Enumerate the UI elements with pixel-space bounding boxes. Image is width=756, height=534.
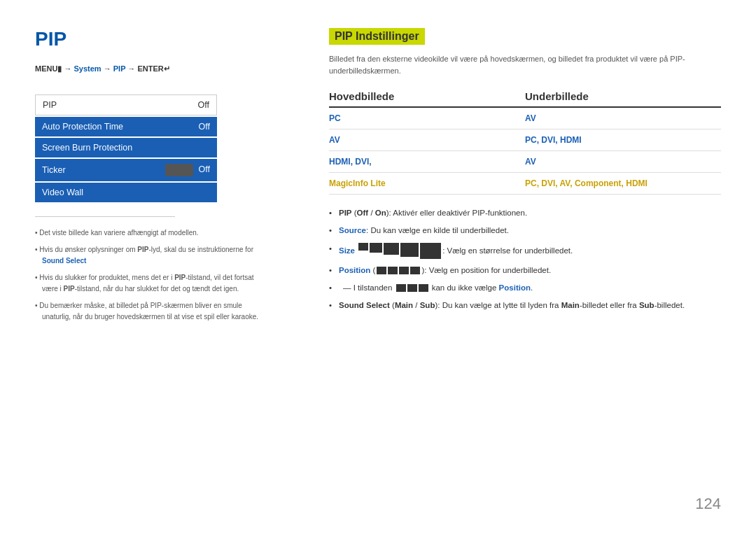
tilstand-icons bbox=[396, 284, 428, 292]
col-main-header: Hovedbillede bbox=[329, 90, 525, 102]
row3-col2: AV bbox=[525, 157, 721, 167]
pos-icon-3 bbox=[399, 267, 409, 274]
menu-item-ticker[interactable]: Ticker Off bbox=[35, 159, 217, 181]
bullet-size: Size : Vælg en størrelse for underbilled… bbox=[329, 243, 721, 259]
left-panel: PIP MENU▮ → System → PIP → ENTER↵ PIP Of… bbox=[35, 28, 301, 506]
position-ref: Position bbox=[499, 283, 531, 292]
row2-col2: PC, DVI, HDMI bbox=[525, 135, 721, 145]
intro-text: Billedet fra den eksterne videokilde vil… bbox=[329, 53, 721, 76]
row4-col1: MagicInfo Lite bbox=[329, 178, 525, 188]
footnote-2: Hvis du ønsker oplysninger om PIP-lyd, s… bbox=[35, 244, 259, 267]
ticker-label: Ticker bbox=[42, 165, 66, 175]
bullet-source-label: Source bbox=[339, 226, 366, 234]
bullet-position-note: — I tilstanden kan du ikke vælge Positio… bbox=[329, 282, 721, 294]
pip-label: PIP bbox=[43, 100, 57, 110]
bullet-sound-select: Sound Select (Main / Sub): Du kan vælge … bbox=[329, 300, 721, 311]
size-icon-2 bbox=[370, 243, 382, 253]
sound-select-label: Sound Select bbox=[339, 301, 390, 309]
pip-title: PIP bbox=[35, 28, 273, 50]
ticker-toggle[interactable] bbox=[165, 164, 193, 176]
table-row-4: MagicInfo Lite PC, DVI, AV, Component, H… bbox=[329, 173, 721, 195]
footnote-1: Det viste billede kan variere afhængigt … bbox=[35, 227, 259, 239]
bullet-size-label: Size bbox=[339, 246, 355, 254]
footnote-3: Hvis du slukker for produktet, mens det … bbox=[35, 272, 259, 295]
footnotes: Det viste billede kan variere afhængigt … bbox=[35, 227, 259, 323]
tilstand-icon-3 bbox=[419, 284, 428, 292]
menu-path: MENU▮ → System → PIP → ENTER↵ bbox=[35, 64, 273, 73]
divider bbox=[35, 216, 175, 217]
table-body: PC AV AV PC, DVI, HDMI HDMI, DVI, AV Mag… bbox=[329, 108, 721, 195]
right-panel: PIP Indstillinger Billedet fra den ekste… bbox=[301, 28, 721, 506]
col-sub-header: Underbillede bbox=[525, 90, 721, 102]
tilstand-icon-2 bbox=[407, 284, 417, 292]
size-icon-4 bbox=[400, 243, 419, 257]
sub-ref: Sub bbox=[639, 301, 654, 309]
pos-icon-2 bbox=[388, 267, 398, 274]
row1-col1: PC bbox=[329, 113, 525, 123]
main-ref: Main bbox=[561, 301, 580, 309]
menu-item-auto-protection[interactable]: Auto Protection Time Off bbox=[35, 117, 217, 136]
tilstand-icon-1 bbox=[396, 284, 406, 292]
table-row-2: AV PC, DVI, HDMI bbox=[329, 129, 721, 151]
bullet-source: Source: Du kan vælge en kilde til underb… bbox=[329, 225, 721, 237]
page-number: 124 bbox=[695, 495, 721, 513]
auto-protection-label: Auto Protection Time bbox=[42, 122, 123, 132]
ticker-controls: Off bbox=[162, 164, 210, 176]
size-icon-3 bbox=[384, 243, 399, 255]
video-wall-label: Video Wall bbox=[42, 188, 83, 197]
row2-col1: AV bbox=[329, 135, 525, 145]
bullet-pip-label: PIP bbox=[339, 209, 352, 217]
bullet-section: PIP (Off / On): Aktivér eller deaktivér … bbox=[329, 207, 721, 311]
row1-col2: AV bbox=[525, 113, 721, 123]
row3-col1: HDMI, DVI, bbox=[329, 157, 525, 167]
bullet-pip: PIP (Off / On): Aktivér eller deaktivér … bbox=[329, 207, 721, 219]
menu-list: PIP Off Auto Protection Time Off Screen … bbox=[35, 94, 217, 202]
menu-path-text: MENU▮ → System → PIP → ENTER↵ bbox=[35, 64, 170, 73]
auto-protection-value: Off bbox=[199, 122, 210, 132]
bullet-position-label: Position bbox=[339, 266, 370, 274]
size-icons bbox=[358, 243, 441, 259]
menu-item-screen-burn[interactable]: Screen Burn Protection bbox=[35, 138, 217, 157]
table-row-1: PC AV bbox=[329, 108, 721, 129]
table-header: Hovedbillede Underbillede bbox=[329, 90, 721, 108]
bullet-position: Position ( ): Vælg en position for under… bbox=[329, 265, 721, 276]
size-icon-5 bbox=[420, 243, 441, 259]
pos-icon-1 bbox=[377, 267, 386, 274]
pip-settings-title: PIP Indstillinger bbox=[329, 28, 425, 45]
position-icons bbox=[377, 267, 420, 274]
ticker-value: Off bbox=[199, 164, 210, 174]
pos-icon-4 bbox=[410, 267, 420, 274]
footnote-4: Du bemærker måske, at billedet på PIP-sk… bbox=[35, 300, 259, 323]
row4-col2: PC, DVI, AV, Component, HDMI bbox=[525, 178, 721, 188]
table-row-3: HDMI, DVI, AV bbox=[329, 151, 721, 173]
menu-item-pip[interactable]: PIP Off bbox=[35, 94, 217, 115]
pip-value: Off bbox=[198, 100, 209, 110]
menu-item-video-wall[interactable]: Video Wall bbox=[35, 183, 217, 202]
screen-burn-label: Screen Burn Protection bbox=[42, 143, 132, 153]
size-icon-1 bbox=[358, 243, 368, 251]
